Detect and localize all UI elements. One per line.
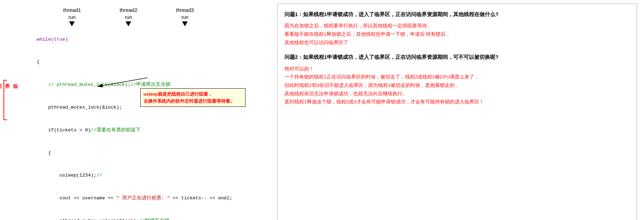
thread3-run: run [181,14,188,20]
question-block-2: 问题2：如果线程1申请锁成功，进入了临界区，正在访问临界资源期间，可不可以被切换… [284,53,630,106]
thread2-arrow [126,21,131,26]
q2-answer-2: 但此时线程2和3依旧不能进入临界区，因为线程1被切走的时候，是抱着锁走的， [284,81,630,90]
code-text-4: if(tickets > 0)//需要在有票的前提下 [37,128,141,133]
q2-answer-4: 直到线程1释放这个锁，线程2或3才会有可能申请锁成功，才会有可能持有锁的进入临界… [284,98,630,106]
q2-answer-3: 其他线程依旧无法申请锁成功，也就无法向后继续执行。 [284,90,630,98]
question2-title-text: 问题2：如果线程1申请锁成功，进入了临界区，正在访问临界资源期间，可不可以被切换… [284,54,498,60]
code-line-6: usleep(1234);// [14,164,267,187]
q2-answer-1: 一个持有锁的线程1正在访问临界区的时候，被切走了，线程2或线程3被CPU调度上来… [284,73,630,81]
main-container: thread1 run thread2 run thread3 run whil… [0,0,644,220]
q1-answer-2: 其他线程也可以访问临界区了 [284,39,630,47]
thread1-label: thread1 [63,7,81,13]
code-line-7: cout << username << " 用户正在进行抢票: " << tic… [14,187,267,209]
thread2-run: run [125,14,132,20]
question1-answers: 因为在加锁之后，线程要串行执行，所以其他线程一定得阻塞等待。 看看能不能在线程1… [284,22,630,47]
info-section: 问题1：如果线程1申请锁成功，进入了临界区，正在访问临界资源期间，其他线程在做什… [277,4,637,220]
code-text-0: while(true) [37,37,68,42]
critical-section-bracket [4,80,7,120]
code-text-6: usleep(1234);// [37,173,102,178]
tooltip-text: usleep就是把线程自己进行阻塞，去操作系统内的软件定时器进行阻塞等待着。 [143,91,235,104]
tooltip-box: usleep就是把线程自己进行阻塞，去操作系统内的软件定时器进行阻塞等待着。 [140,88,246,107]
question-block-1: 问题1：如果线程1申请锁成功，进入了临界区，正在访问临界资源期间，其他线程在做什… [284,10,630,47]
question1-title-text: 问题1：如果线程1申请锁成功，进入了临界区，正在访问临界资源期间，其他线程在做什… [284,12,498,17]
thread3-col: thread3 run [176,7,194,26]
q2-answer-0: 绝对可以的！ [284,65,630,73]
q1-answer-1: 看看能不能在线程1释放锁之后，其他线程也申请一下锁，申请后 持有锁后， [284,30,630,39]
code-line-4: if(tickets > 0)//需要在有票的前提下 [14,119,267,142]
thread-diagram: thread1 run thread2 run thread3 run [4,7,267,28]
thread3-label: thread3 [176,7,194,13]
thread1-run: run [68,14,75,20]
question2-title: 问题2：如果线程1申请锁成功，进入了临界区，正在访问临界资源期间，可不可以被切换… [284,53,630,62]
code-text-7: cout << username << " 用户正在进行抢票: " << tic… [37,195,233,201]
thread2-label: thread2 [120,7,137,13]
code-text-2: // pthread_mutex_lock(&lock);//申请两次互斥锁 [37,82,171,87]
code-line-1: { [14,51,267,74]
thread3-arrow [182,21,188,26]
thread1-col: thread1 run [63,7,81,26]
code-line-5: { [14,142,267,164]
code-block: while(true) { // pthread_mutex_lock(&loc… [4,28,267,220]
question1-title: 问题1：如果线程1申请锁成功，进入了临界区，正在访问临界资源期间，其他线程在做什… [284,10,630,19]
q1-answer-0: 因为在加锁之后，线程要串行执行，所以其他线程一定得阻塞等待。 [284,22,630,30]
critical-section-chars: 临界区 [0,80,19,81]
code-line-0: while(true) [14,28,267,51]
code-section: thread1 run thread2 run thread3 run whil… [0,4,267,220]
thread1-arrow [69,21,75,26]
thread2-col: thread2 run [120,7,137,26]
code-text-8: pthread_mutex_unlock(&lock);//解锁互斥锁 [37,218,169,220]
code-text-5: { [37,150,51,156]
code-line-8: pthread_mutex_unlock(&lock);//解锁互斥锁 [14,209,267,220]
code-text-1: { [37,59,40,64]
question2-answers: 绝对可以的！ 一个持有锁的线程1正在访问临界区的时候，被切走了，线程2或线程3被… [284,65,630,106]
code-text-3: pthread_mutex_lock(&lock); [37,105,122,110]
